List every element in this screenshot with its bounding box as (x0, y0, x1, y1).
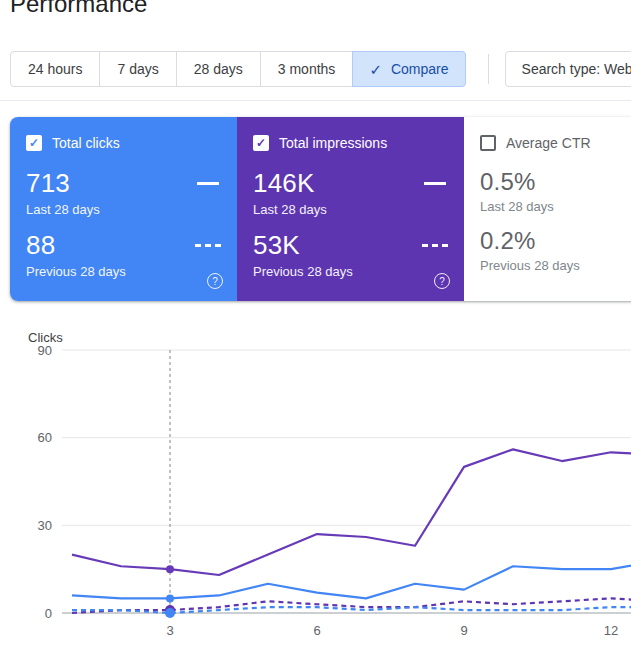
metric-cards: ✓ Total clicks 713 Last 28 days 88 Previ… (10, 117, 631, 301)
range-button-24-hours[interactable]: 24 hours (10, 51, 100, 87)
chart-y-axis-title: Clicks (28, 330, 63, 345)
average-ctr-current-caption: Last 28 days (480, 199, 631, 214)
filter-divider (488, 54, 489, 84)
total-impressions-previous-value: 53K (253, 230, 300, 261)
svg-text:90: 90 (38, 345, 52, 358)
previous-line-sample-icon (195, 244, 221, 247)
total-impressions-current-value: 146K (253, 168, 315, 199)
help-icon[interactable]: ? (434, 273, 450, 289)
svg-text:9: 9 (460, 623, 467, 638)
total-clicks-card[interactable]: ✓ Total clicks 713 Last 28 days 88 Previ… (10, 117, 237, 301)
previous-line-sample-icon (422, 244, 448, 247)
average-ctr-card[interactable]: Average CTR 0.5% Last 28 days 0.2% Previ… (464, 117, 631, 301)
total-clicks-checkbox[interactable]: ✓ (26, 135, 42, 151)
svg-text:12: 12 (604, 623, 618, 638)
current-line-sample-icon (197, 182, 219, 185)
total-clicks-label: Total clicks (52, 135, 120, 151)
total-clicks-current-value: 713 (26, 168, 70, 199)
svg-text:60: 60 (38, 430, 52, 445)
svg-text:30: 30 (38, 518, 52, 533)
current-line-sample-icon (424, 182, 446, 185)
range-button-7-days[interactable]: 7 days (99, 51, 176, 87)
total-impressions-previous-caption: Previous 28 days (253, 264, 448, 279)
total-clicks-previous-value: 88 (26, 230, 55, 261)
compare-toggle[interactable]: ✓ Compare (352, 51, 465, 87)
average-ctr-checkbox[interactable] (480, 135, 496, 151)
average-ctr-label: Average CTR (506, 135, 591, 151)
total-clicks-previous-caption: Previous 28 days (26, 264, 221, 279)
total-impressions-label: Total impressions (279, 135, 387, 151)
total-impressions-card[interactable]: ✓ Total impressions 146K Last 28 days 53… (237, 117, 464, 301)
clicks-chart[interactable]: 030609036912 (0, 345, 631, 649)
compare-label: Compare (391, 61, 449, 77)
total-clicks-current-caption: Last 28 days (26, 202, 221, 217)
help-icon[interactable]: ? (207, 273, 223, 289)
average-ctr-previous-caption: Previous 28 days (480, 258, 631, 273)
total-impressions-current-caption: Last 28 days (253, 202, 448, 217)
svg-text:3: 3 (166, 623, 173, 638)
search-type-filter[interactable]: Search type: Web (505, 51, 631, 87)
average-ctr-current-value: 0.5% (480, 168, 536, 196)
average-ctr-previous-value: 0.2% (480, 227, 536, 255)
svg-text:0: 0 (45, 606, 52, 621)
page-title: Performance (10, 0, 147, 18)
header-divider (0, 100, 631, 101)
range-button-28-days[interactable]: 28 days (176, 51, 261, 87)
svg-text:6: 6 (313, 623, 320, 638)
filter-bar: 24 hours 7 days 28 days 3 months ✓ Compa… (10, 51, 631, 87)
check-icon: ✓ (369, 62, 382, 77)
range-button-3-months[interactable]: 3 months (260, 51, 354, 87)
total-impressions-checkbox[interactable]: ✓ (253, 135, 269, 151)
